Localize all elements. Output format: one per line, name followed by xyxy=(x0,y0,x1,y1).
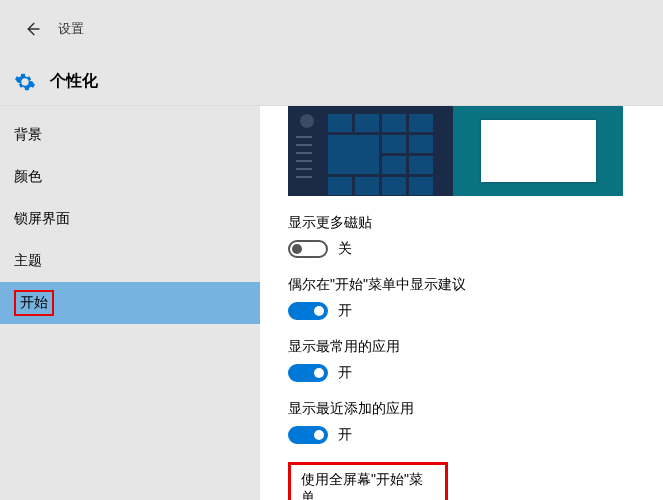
sidebar-item-label: 背景 xyxy=(14,126,42,144)
sidebar-item-start[interactable]: 开始 xyxy=(0,282,260,324)
arrow-left-icon xyxy=(23,20,41,38)
sidebar-item-lockscreen[interactable]: 锁屏界面 xyxy=(0,198,260,240)
toggle-suggestions[interactable] xyxy=(288,302,328,320)
setting-most-used: 显示最常用的应用 开 xyxy=(288,338,645,382)
sidebar: 背景 颜色 锁屏界面 主题 开始 xyxy=(0,106,260,500)
sidebar-item-label: 开始 xyxy=(20,294,48,310)
toggle-state-label: 关 xyxy=(338,240,352,258)
sidebar-item-background[interactable]: 背景 xyxy=(0,114,260,156)
gear-icon xyxy=(14,71,36,93)
highlight-annotation: 开始 xyxy=(14,290,54,316)
sidebar-item-label: 颜色 xyxy=(14,168,42,186)
setting-label: 使用全屏幕"开始"菜单 xyxy=(301,471,435,500)
sidebar-item-label: 主题 xyxy=(14,252,42,270)
setting-more-tiles: 显示更多磁贴 关 xyxy=(288,214,645,258)
back-button[interactable] xyxy=(16,13,48,45)
toggle-state-label: 开 xyxy=(338,302,352,320)
sidebar-item-label: 锁屏界面 xyxy=(14,210,70,228)
setting-suggestions: 偶尔在"开始"菜单中显示建议 开 xyxy=(288,276,645,320)
toggle-more-tiles[interactable] xyxy=(288,240,328,258)
setting-recently-added: 显示最近添加的应用 开 xyxy=(288,400,645,444)
toggle-state-label: 开 xyxy=(338,364,352,382)
toggle-most-used[interactable] xyxy=(288,364,328,382)
page-title: 个性化 xyxy=(50,71,98,92)
sidebar-item-colors[interactable]: 颜色 xyxy=(0,156,260,198)
title-bar: 设置 xyxy=(0,0,663,58)
start-menu-preview xyxy=(288,106,623,196)
window-title: 设置 xyxy=(58,20,84,38)
toggle-recently-added[interactable] xyxy=(288,426,328,444)
toggle-state-label: 开 xyxy=(338,426,352,444)
setting-label: 偶尔在"开始"菜单中显示建议 xyxy=(288,276,645,294)
setting-label: 显示最常用的应用 xyxy=(288,338,645,356)
page-header: 个性化 xyxy=(0,58,663,106)
sidebar-item-themes[interactable]: 主题 xyxy=(0,240,260,282)
setting-label: 显示最近添加的应用 xyxy=(288,400,645,418)
highlight-annotation: 使用全屏幕"开始"菜单 开 xyxy=(288,462,448,500)
content-pane: 显示更多磁贴 关 偶尔在"开始"菜单中显示建议 开 显示最常用的应用 开 显示最… xyxy=(260,106,663,500)
setting-label: 显示更多磁贴 xyxy=(288,214,645,232)
